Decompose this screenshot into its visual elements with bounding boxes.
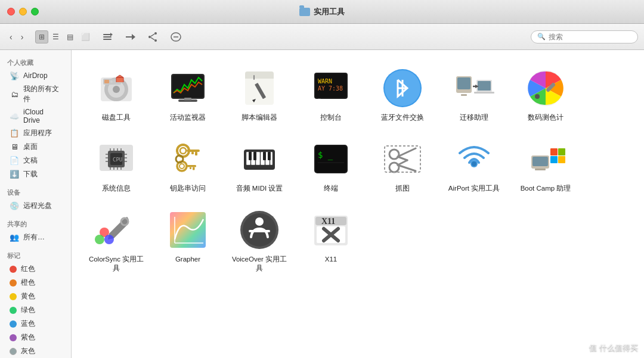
sidebar-section-favorites: 个人收藏	[0, 55, 71, 69]
action-icon	[125, 32, 135, 42]
svg-marker-3	[110, 33, 113, 36]
file-item-grapher[interactable]: Grapher	[155, 204, 221, 278]
sidebar-label-tag-red: 红色	[21, 264, 35, 274]
svg-line-10	[151, 38, 154, 40]
svg-rect-112	[170, 212, 206, 248]
tag-red-dot	[10, 266, 17, 273]
sidebar-item-tag-blue[interactable]: 蓝色	[2, 317, 69, 331]
svg-rect-73	[193, 167, 195, 170]
close-button[interactable]	[7, 8, 15, 15]
grab-icon	[381, 138, 424, 180]
file-item-x11[interactable]: X11 X11	[298, 204, 364, 278]
keychain-icon	[166, 138, 209, 180]
sidebar-section-tags: 标记	[0, 248, 71, 262]
svg-text:_: _	[318, 94, 321, 99]
file-item-system-info[interactable]: CPU	[83, 133, 149, 198]
file-item-bootcamp[interactable]: Boot Camp 助理	[513, 133, 578, 198]
sidebar-item-desktop[interactable]: 🖥 桌面	[2, 140, 69, 154]
file-item-airport[interactable]: AirPort 实用工具	[441, 133, 507, 198]
disk-utility-icon	[95, 67, 138, 110]
sidebar-label-airdrop: AirDrop	[23, 71, 48, 80]
sidebar-label-apps: 应用程序	[23, 128, 52, 138]
tag-button[interactable]	[166, 29, 185, 45]
x11-icon: X11	[309, 208, 352, 251]
sidebar-label-tag-purple: 紫色	[21, 332, 35, 343]
file-item-migration[interactable]: 迁移助理	[441, 62, 507, 127]
file-item-digital-color[interactable]: 数码测色计	[513, 62, 578, 127]
sidebar-item-apps[interactable]: 📋 应用程序	[2, 126, 69, 140]
file-item-terminal[interactable]: $ _ 终端	[298, 133, 364, 198]
icloud-icon: ☁️	[10, 111, 19, 121]
icon-grid: 磁盘工具 活动监视器	[83, 62, 632, 278]
column-view-button[interactable]: ▤	[63, 30, 77, 43]
sidebar-item-tag-gray[interactable]: 灰色	[2, 344, 69, 358]
file-item-console[interactable]: WARN AY 7:38 _ 控制台	[298, 62, 364, 127]
share-button[interactable]	[144, 29, 162, 45]
sidebar-item-remote-disk[interactable]: 💿 远程光盘	[2, 199, 69, 213]
activity-monitor-icon	[166, 67, 209, 110]
sidebar-item-tag-yellow[interactable]: 黄色	[2, 289, 69, 303]
svg-point-6	[154, 32, 157, 35]
toolbar: ‹ › ⊞ ☰ ▤ ⬜	[0, 24, 644, 50]
sidebar-section-shared: 共享的	[0, 216, 71, 231]
file-item-voiceover[interactable]: VoiceOver 实用工具	[227, 204, 292, 278]
search-bar[interactable]: 🔍	[531, 30, 638, 43]
file-item-colorsync[interactable]: ColorSync 实用工具	[83, 204, 149, 278]
back-button[interactable]: ‹	[6, 30, 16, 44]
svg-text:CPU: CPU	[113, 157, 122, 163]
icon-view-button[interactable]: ⊞	[35, 30, 48, 43]
file-item-grab[interactable]: 抓图	[370, 133, 435, 198]
svg-rect-102	[535, 169, 546, 170]
folder-icon	[299, 8, 310, 16]
svg-rect-26	[245, 76, 274, 79]
file-label-keychain: 钥匙串访问	[170, 184, 206, 193]
svg-rect-85	[263, 152, 266, 160]
svg-point-92	[389, 163, 399, 172]
action-button[interactable]	[121, 29, 139, 45]
sidebar-label-all-files: 我的所有文件	[23, 84, 61, 104]
file-item-script-editor[interactable]: 脚本编辑器	[227, 62, 292, 127]
sidebar-item-all-files[interactable]: 🗂 我的所有文件	[2, 82, 69, 106]
file-item-activity-monitor[interactable]: 活动监视器	[155, 62, 221, 127]
sidebar-item-downloads[interactable]: ⬇️ 下载	[2, 167, 69, 181]
file-label-system-info: 系统信息	[102, 184, 131, 193]
minimize-button[interactable]	[19, 8, 27, 15]
file-item-bluetooth[interactable]: 蓝牙文件交换	[370, 62, 435, 127]
svg-rect-83	[249, 152, 252, 160]
tag-orange-dot	[10, 279, 17, 287]
sidebar-item-icloud[interactable]: ☁️ iCloud Drive	[2, 106, 69, 126]
sidebar-label-icloud: iCloud Drive	[23, 108, 61, 124]
tag-green-dot	[10, 307, 17, 314]
sidebar-item-tag-orange[interactable]: 橙色	[2, 276, 69, 289]
arrange-button[interactable]	[98, 29, 116, 45]
svg-rect-105	[550, 156, 558, 163]
svg-rect-103	[550, 148, 558, 155]
file-label-terminal: 终端	[324, 184, 338, 193]
sidebar-item-documents[interactable]: 📄 文稿	[2, 154, 69, 167]
shared-all-icon: 👥	[10, 233, 19, 242]
svg-rect-84	[253, 152, 256, 160]
forward-button[interactable]: ›	[17, 30, 27, 44]
sidebar-item-tag-red[interactable]: 红色	[2, 262, 69, 276]
svg-rect-38	[457, 77, 470, 89]
file-item-keychain[interactable]: 钥匙串访问	[155, 133, 221, 198]
sidebar-item-tag-green[interactable]: 绿色	[2, 303, 69, 317]
list-view-button[interactable]: ☰	[49, 30, 63, 43]
file-label-activity-monitor: 活动监视器	[170, 113, 206, 122]
coverflow-view-button[interactable]: ⬜	[78, 30, 94, 43]
svg-point-7	[154, 39, 157, 42]
svg-rect-86	[268, 152, 271, 160]
file-item-disk-utility[interactable]: 磁盘工具	[83, 62, 149, 127]
remote-disk-icon: 💿	[10, 201, 19, 211]
window-title: 实用工具	[314, 7, 345, 17]
view-modes: ⊞ ☰ ▤ ⬜	[35, 30, 94, 43]
sidebar-section-devices: 设备	[0, 185, 71, 199]
search-input[interactable]	[549, 33, 632, 41]
svg-rect-21	[172, 75, 203, 98]
sidebar-item-shared-all[interactable]: 👥 所有…	[2, 231, 69, 244]
file-item-audio-midi[interactable]: 音频 MIDI 设置	[227, 133, 292, 198]
sidebar-item-airdrop[interactable]: 📡 AirDrop	[2, 69, 69, 82]
maximize-button[interactable]	[31, 8, 39, 15]
tag-yellow-dot	[10, 293, 17, 300]
sidebar-item-tag-purple[interactable]: 紫色	[2, 331, 69, 344]
